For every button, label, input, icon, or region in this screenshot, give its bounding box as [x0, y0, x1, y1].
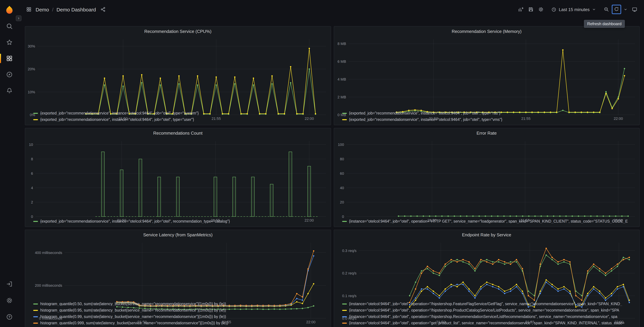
panel-legend: {exported_job="recommendationservice", i…	[25, 218, 330, 226]
refresh-button[interactable]	[612, 5, 621, 14]
cycle-view-mode-button[interactable]	[630, 5, 639, 14]
panel-legend: {exported_job="recommendationservice", i…	[334, 110, 639, 125]
legend-item[interactable]: {instance="otelcol:9464", job="otel", op…	[342, 320, 636, 326]
svg-text:10: 10	[29, 142, 33, 147]
sidebar-item-starred[interactable]	[3, 36, 16, 49]
svg-text:8 MB: 8 MB	[337, 42, 346, 46]
legend-item[interactable]: {exported_job="recommendationservice", i…	[33, 117, 327, 122]
legend-series-label: {instance="otelcol:9464", job="otel", op…	[349, 302, 622, 306]
panel-title[interactable]: Error Rate	[334, 128, 639, 138]
share-dashboard-button[interactable]	[99, 5, 107, 14]
svg-text:20%: 20%	[28, 67, 35, 71]
panel-title[interactable]: Recommendations Count	[25, 128, 330, 138]
legend-series-marker	[342, 221, 347, 222]
search-icon	[6, 23, 13, 30]
refresh-interval-dropdown[interactable]	[622, 5, 629, 14]
navbar-actions: Last 15 minutes	[516, 5, 639, 14]
legend-series-marker	[342, 322, 347, 324]
zoom-out-button[interactable]	[602, 5, 611, 14]
dashboard-settings-button[interactable]	[536, 5, 546, 14]
breadcrumb-dashboard[interactable]: Demo Dashboard	[56, 6, 96, 12]
legend-series-marker	[33, 221, 38, 222]
sidebar-item-configuration[interactable]	[3, 294, 16, 307]
time-series-chart[interactable]: 0 milliseconds200 milliseconds400 millis…	[27, 240, 328, 300]
legend-item[interactable]: {instance="otelcol:9464", job="otel", op…	[342, 314, 636, 319]
legend-series-marker	[342, 119, 347, 120]
gear-icon	[538, 7, 544, 12]
legend-series-marker	[33, 310, 38, 311]
legend-series-marker	[33, 303, 38, 304]
dashboards-grid-icon[interactable]	[24, 5, 34, 14]
sidebar-item-alerting[interactable]	[3, 84, 16, 97]
legend-item[interactable]: {instance="otelcol:9464", job="otel", op…	[342, 301, 636, 306]
time-series-chart[interactable]: 0 MB2 MB4 MB6 MB8 MB21:5021:5522:00	[336, 36, 637, 110]
time-series-chart[interactable]: 0.0 req/s0.1 req/s0.2 req/s0.3 req/s21:5…	[336, 240, 637, 300]
panel-title[interactable]: Recommendation Service (CPU%)	[25, 26, 330, 36]
legend-item[interactable]: {exported_job="recommendationservice", i…	[342, 110, 636, 116]
svg-text:0.3 req/s: 0.3 req/s	[342, 248, 356, 253]
legend-item[interactable]: {exported_job="recommendationservice", i…	[33, 110, 327, 116]
legend-item[interactable]: {instance="otelcol:9464", job="otel", op…	[342, 218, 636, 224]
svg-text:4 MB: 4 MB	[337, 77, 346, 82]
legend-item[interactable]: histogram_quantile(0.999, sum(rate(laten…	[33, 320, 327, 326]
panel-legend: {instance="otelcol:9464", job="otel", op…	[334, 300, 639, 327]
legend-series-label: histogram_quantile(0.95, sum(rate(latenc…	[40, 308, 226, 312]
dashboard-grid: Recommendation Service (CPU%) 0%10%20%30…	[19, 19, 644, 327]
panel-title[interactable]: Endpoint Rate by Service	[334, 230, 639, 239]
time-range-label: Last 15 minutes	[559, 7, 590, 12]
sign-in-icon	[6, 281, 13, 288]
sidebar-item-sign-in[interactable]	[3, 277, 16, 291]
legend-series-label: {exported_job="recommendationservice", i…	[40, 111, 199, 115]
legend-series-label: {exported_job="recommendationservice", i…	[40, 118, 194, 122]
svg-text:8: 8	[31, 157, 33, 161]
bar-chart[interactable]: 024681021:5021:5522:00	[27, 138, 328, 218]
sidebar-item-dashboards[interactable]	[3, 52, 16, 65]
panel-title[interactable]: Recommendation Service (Memory)	[334, 26, 639, 36]
legend-item[interactable]: {exported_job="recommendationservice", i…	[342, 117, 636, 122]
sidebar-item-explore[interactable]	[3, 68, 16, 81]
svg-text:400 milliseconds: 400 milliseconds	[35, 250, 62, 255]
add-panel-button[interactable]	[516, 5, 526, 14]
zoom-out-icon	[604, 7, 609, 12]
compass-icon	[6, 71, 13, 78]
sidebar-bottom: ?	[3, 277, 16, 327]
panel-title-text: Error Rate	[476, 130, 497, 136]
legend-series-label: histogram_quantile(0.99, sum(rate(latenc…	[40, 314, 226, 318]
legend-series-label: histogram_quantile(0.999, sum(rate(laten…	[40, 321, 228, 325]
time-range-picker[interactable]: Last 15 minutes	[548, 5, 599, 14]
gear-icon	[6, 297, 13, 304]
legend-series-label: histogram_quantile(0.50, sum(rate(latenc…	[40, 302, 226, 306]
monitor-icon	[632, 7, 637, 12]
breadcrumb-separator: /	[52, 6, 54, 12]
legend-series-marker	[342, 303, 347, 304]
sidebar: ?	[0, 0, 19, 327]
legend-item[interactable]: histogram_quantile(0.99, sum(rate(latenc…	[33, 314, 327, 319]
expand-sidebar-button[interactable]: ›	[16, 16, 22, 21]
grafana-logo[interactable]	[4, 5, 14, 15]
legend-series-marker	[33, 316, 38, 317]
sidebar-item-search[interactable]	[3, 20, 16, 33]
chevron-down-icon	[592, 8, 596, 12]
svg-text:0.2 req/s: 0.2 req/s	[342, 271, 356, 275]
sidebar-item-help[interactable]: ?	[3, 310, 16, 324]
time-series-chart[interactable]: 02040608010021:5021:5522:00	[336, 138, 637, 218]
save-dashboard-button[interactable]	[526, 5, 536, 14]
svg-text:100: 100	[338, 142, 344, 147]
legend-item[interactable]: {exported_job="recommendationservice", i…	[33, 218, 327, 224]
legend-series-label: {exported_job="recommendationservice", i…	[349, 111, 500, 115]
panel-title[interactable]: Service Latency (from SpanMetrics)	[25, 230, 330, 239]
legend-item[interactable]: {instance="otelcol:9464", job="otel", op…	[342, 308, 636, 313]
top-navbar: Demo / Demo Dashboard Last 15 minutes	[19, 0, 644, 19]
svg-text:60: 60	[340, 172, 344, 176]
share-icon	[100, 7, 106, 12]
svg-text:0.1 req/s: 0.1 req/s	[342, 294, 356, 298]
svg-text:30%: 30%	[28, 44, 35, 48]
svg-text:10%: 10%	[28, 90, 35, 94]
legend-series-label: {exported_job="recommendationservice", i…	[40, 219, 230, 223]
svg-text:200 milliseconds: 200 milliseconds	[35, 283, 62, 288]
time-series-chart[interactable]: 0%10%20%30%21:5021:5522:00	[27, 36, 328, 110]
legend-item[interactable]: histogram_quantile(0.95, sum(rate(latenc…	[33, 308, 327, 313]
panel-title-text: Recommendations Count	[153, 130, 202, 136]
legend-item[interactable]: histogram_quantile(0.50, sum(rate(latenc…	[33, 301, 327, 306]
breadcrumb-folder[interactable]: Demo	[36, 6, 49, 12]
